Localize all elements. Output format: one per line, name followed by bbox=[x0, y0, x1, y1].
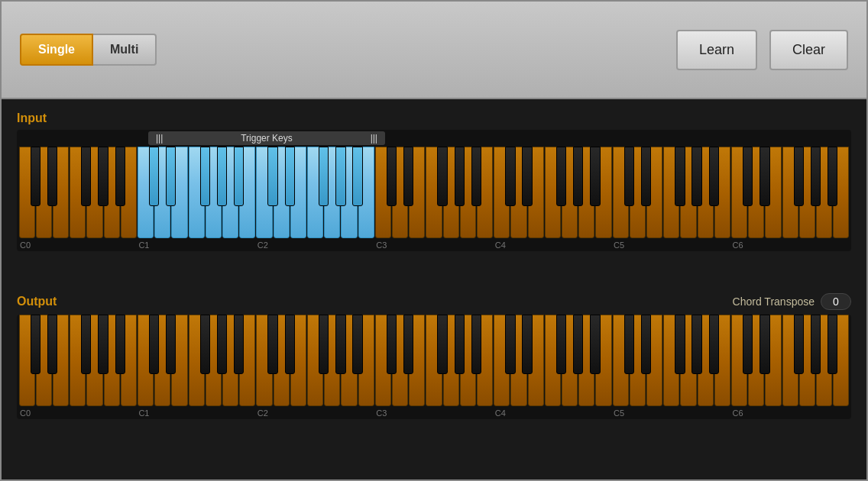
white-key-G0[interactable] bbox=[86, 147, 102, 238]
white-key-F0[interactable] bbox=[70, 315, 86, 406]
white-key-A3[interactable] bbox=[460, 147, 476, 238]
white-key-D3[interactable] bbox=[392, 147, 408, 238]
white-key-D0[interactable] bbox=[36, 315, 52, 406]
white-key-E4[interactable] bbox=[528, 147, 544, 238]
white-key-A2[interactable] bbox=[341, 147, 357, 238]
white-key-A2[interactable] bbox=[341, 315, 357, 406]
white-key-C3[interactable] bbox=[375, 147, 391, 238]
white-key-D5[interactable] bbox=[630, 315, 646, 406]
white-key-B6[interactable] bbox=[833, 315, 849, 406]
white-key-C0[interactable] bbox=[19, 147, 35, 238]
white-key-G3[interactable] bbox=[443, 315, 459, 406]
white-key-A4[interactable] bbox=[578, 147, 594, 238]
white-key-D4[interactable] bbox=[510, 147, 526, 238]
white-key-F3[interactable] bbox=[426, 315, 442, 406]
white-key-B3[interactable] bbox=[477, 147, 493, 238]
white-key-E4[interactable] bbox=[528, 315, 544, 406]
white-key-E6[interactable] bbox=[765, 147, 781, 238]
white-key-F4[interactable] bbox=[545, 315, 561, 406]
clear-button[interactable]: Clear bbox=[769, 30, 848, 70]
white-key-F2[interactable] bbox=[307, 147, 323, 238]
white-key-E1[interactable] bbox=[171, 315, 187, 406]
white-key-B5[interactable] bbox=[714, 315, 730, 406]
white-key-B0[interactable] bbox=[121, 147, 137, 238]
white-key-B4[interactable] bbox=[595, 147, 611, 238]
white-key-G2[interactable] bbox=[324, 315, 340, 406]
white-key-B1[interactable] bbox=[239, 147, 255, 238]
white-key-D1[interactable] bbox=[154, 315, 170, 406]
white-key-D1[interactable] bbox=[154, 147, 170, 238]
white-key-F5[interactable] bbox=[663, 315, 679, 406]
white-key-C2[interactable] bbox=[256, 147, 272, 238]
white-key-A5[interactable] bbox=[698, 315, 714, 406]
white-key-G6[interactable] bbox=[799, 147, 815, 238]
white-key-A6[interactable] bbox=[816, 147, 832, 238]
white-key-E3[interactable] bbox=[409, 315, 425, 406]
white-key-F5[interactable] bbox=[663, 147, 679, 238]
white-key-E5[interactable] bbox=[646, 315, 662, 406]
white-key-D2[interactable] bbox=[274, 147, 290, 238]
white-key-C2[interactable] bbox=[256, 315, 272, 406]
white-key-C1[interactable] bbox=[138, 147, 154, 238]
white-key-E0[interactable] bbox=[53, 147, 69, 238]
white-key-A6[interactable] bbox=[816, 315, 832, 406]
white-key-C6[interactable] bbox=[731, 315, 747, 406]
white-key-A5[interactable] bbox=[698, 147, 714, 238]
white-key-C0[interactable] bbox=[19, 315, 35, 406]
white-key-B4[interactable] bbox=[595, 315, 611, 406]
white-key-E0[interactable] bbox=[53, 315, 69, 406]
white-key-D3[interactable] bbox=[392, 315, 408, 406]
white-key-E2[interactable] bbox=[290, 315, 306, 406]
white-key-G5[interactable] bbox=[680, 315, 696, 406]
white-key-B0[interactable] bbox=[121, 315, 137, 406]
white-key-C6[interactable] bbox=[731, 147, 747, 238]
white-key-E3[interactable] bbox=[409, 147, 425, 238]
white-key-E6[interactable] bbox=[765, 315, 781, 406]
white-key-A1[interactable] bbox=[222, 147, 238, 238]
white-key-C3[interactable] bbox=[375, 315, 391, 406]
white-key-B2[interactable] bbox=[358, 315, 374, 406]
white-key-A1[interactable] bbox=[222, 315, 238, 406]
white-key-C4[interactable] bbox=[494, 315, 510, 406]
white-key-D2[interactable] bbox=[274, 315, 290, 406]
white-key-C4[interactable] bbox=[494, 147, 510, 238]
white-key-D5[interactable] bbox=[630, 147, 646, 238]
white-key-B6[interactable] bbox=[833, 147, 849, 238]
white-key-F6[interactable] bbox=[782, 315, 798, 406]
white-key-C5[interactable] bbox=[613, 315, 629, 406]
white-key-F6[interactable] bbox=[782, 147, 798, 238]
white-key-G4[interactable] bbox=[562, 315, 578, 406]
white-key-D6[interactable] bbox=[748, 315, 764, 406]
white-key-F2[interactable] bbox=[307, 315, 323, 406]
white-key-G3[interactable] bbox=[443, 147, 459, 238]
white-key-F4[interactable] bbox=[545, 147, 561, 238]
white-key-C1[interactable] bbox=[138, 315, 154, 406]
white-key-B2[interactable] bbox=[358, 147, 374, 238]
white-key-E1[interactable] bbox=[171, 147, 187, 238]
white-key-G2[interactable] bbox=[324, 147, 340, 238]
white-key-F1[interactable] bbox=[189, 315, 205, 406]
white-key-C5[interactable] bbox=[613, 147, 629, 238]
single-button[interactable]: Single bbox=[20, 34, 93, 66]
white-key-D0[interactable] bbox=[36, 147, 52, 238]
multi-button[interactable]: Multi bbox=[93, 34, 157, 66]
white-key-D6[interactable] bbox=[748, 147, 764, 238]
white-key-F1[interactable] bbox=[189, 147, 205, 238]
white-key-G1[interactable] bbox=[206, 315, 222, 406]
white-key-A0[interactable] bbox=[104, 147, 120, 238]
white-key-A0[interactable] bbox=[104, 315, 120, 406]
white-key-G0[interactable] bbox=[86, 315, 102, 406]
white-key-E5[interactable] bbox=[646, 147, 662, 238]
white-key-B1[interactable] bbox=[239, 315, 255, 406]
white-key-A3[interactable] bbox=[460, 315, 476, 406]
white-key-G5[interactable] bbox=[680, 147, 696, 238]
white-key-F3[interactable] bbox=[426, 147, 442, 238]
white-key-F0[interactable] bbox=[70, 147, 86, 238]
white-key-G1[interactable] bbox=[206, 147, 222, 238]
white-key-B3[interactable] bbox=[477, 315, 493, 406]
white-key-G4[interactable] bbox=[562, 147, 578, 238]
white-key-E2[interactable] bbox=[290, 147, 306, 238]
learn-button[interactable]: Learn bbox=[676, 30, 757, 70]
white-key-B5[interactable] bbox=[714, 147, 730, 238]
white-key-D4[interactable] bbox=[510, 315, 526, 406]
